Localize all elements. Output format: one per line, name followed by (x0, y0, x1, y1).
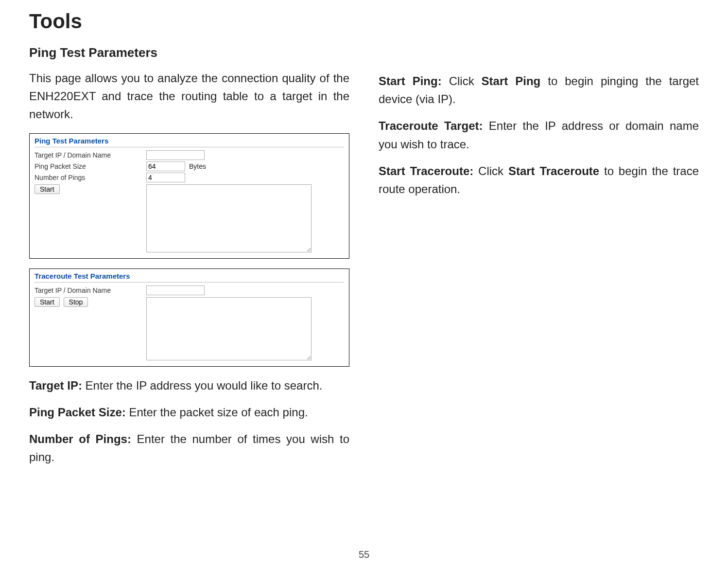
traceroute-target-def: Traceroute Target: Enter the IP address … (379, 117, 699, 153)
def-bold2: Start Traceroute (508, 164, 599, 178)
right-column: Start Ping: Click Start Ping to begin pi… (379, 45, 699, 475)
target-ip-label: Target IP / Domain Name (35, 151, 146, 159)
trace-stop-button[interactable]: Stop (64, 297, 88, 307)
def-label: Number of Pings: (29, 432, 131, 445)
number-of-pings-def: Number of Pings: Enter the number of tim… (29, 430, 349, 466)
def-label: Start Ping: (379, 74, 442, 88)
start-ping-def: Start Ping: Click Start Ping to begin pi… (379, 72, 699, 108)
ping-packet-size-def: Ping Packet Size: Enter the packet size … (29, 403, 349, 421)
bytes-unit: Bytes (189, 162, 206, 170)
ping-test-panel: Ping Test Parameters Target IP / Domain … (29, 133, 349, 259)
def-label: Ping Packet Size: (29, 406, 126, 419)
traceroute-panel: Traceroute Test Parameters Target IP / D… (29, 268, 349, 367)
ping-start-button[interactable]: Start (35, 184, 60, 194)
number-of-pings-label: Number of Pings (35, 174, 146, 181)
def-label: Target IP: (29, 379, 82, 392)
ping-packet-size-input[interactable] (146, 161, 185, 171)
trace-target-ip-label: Target IP / Domain Name (35, 286, 146, 294)
trace-target-ip-input[interactable] (146, 285, 205, 295)
number-of-pings-input[interactable] (146, 173, 185, 182)
trace-output-textarea[interactable] (146, 297, 312, 360)
ping-output-textarea[interactable] (146, 184, 312, 252)
def-pre: Click (473, 164, 508, 178)
def-text: Enter the IP address you would like to s… (82, 379, 323, 392)
def-bold2: Start Ping (482, 74, 541, 88)
target-ip-input[interactable] (146, 150, 205, 160)
page-number: 55 (0, 549, 728, 560)
section-subtitle: Ping Test Parameters (29, 45, 349, 60)
def-pre: Click (442, 74, 482, 88)
trace-start-button[interactable]: Start (35, 297, 60, 307)
def-label: Start Traceroute: (379, 164, 473, 178)
ping-panel-title: Ping Test Parameters (35, 137, 344, 147)
def-label: Traceroute Target: (379, 119, 483, 132)
start-traceroute-def: Start Traceroute: Click Start Traceroute… (379, 162, 699, 198)
intro-paragraph: This page allows you to analyze the conn… (29, 69, 349, 124)
page-title: Tools (29, 10, 699, 33)
ping-packet-size-label: Ping Packet Size (35, 162, 146, 170)
traceroute-panel-title: Traceroute Test Parameters (35, 272, 344, 283)
left-column: Ping Test Parameters This page allows yo… (29, 45, 349, 475)
def-text: Enter the packet size of each ping. (126, 406, 308, 419)
target-ip-def: Target IP: Enter the IP address you woul… (29, 376, 349, 394)
